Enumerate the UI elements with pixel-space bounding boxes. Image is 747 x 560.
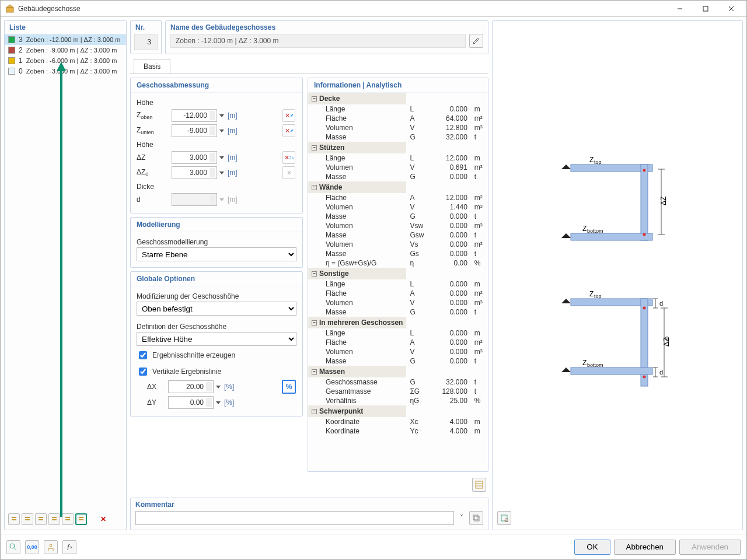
info-group-name: Stützen	[319, 144, 344, 152]
info-title: Informationen | Analytisch	[308, 78, 488, 93]
name-input[interactable]: Zoben : -12.000 m | ΔZ : 3.000 m	[170, 34, 466, 48]
collapse-icon[interactable]: −	[312, 320, 317, 326]
tool-new-below[interactable]	[22, 513, 33, 525]
group-geschossabmessung: Geschossabmessung Höhe Zoben -12.000 [m]…	[130, 78, 303, 214]
check-vertikale-linie[interactable]	[139, 368, 147, 376]
input-dz0[interactable]: 3.000	[172, 166, 217, 179]
nr-value: 3	[134, 34, 158, 50]
svg-text:Z: Z	[589, 290, 594, 298]
info-row: LängeL0.000m	[308, 279, 488, 289]
input-z-oben[interactable]: -12.000	[172, 109, 217, 122]
tool-copy[interactable]	[35, 513, 47, 525]
input-z-unten[interactable]: -9.000	[172, 124, 217, 137]
help-icon[interactable]	[6, 540, 20, 554]
unit-m: [m]	[228, 111, 238, 120]
check-ergebnisschnitte[interactable]	[139, 351, 147, 359]
select-def-hoehe[interactable]: Effektive Höhe	[137, 332, 296, 346]
dropdown-icon[interactable]	[216, 386, 221, 388]
info-row: KoordinateXc4.000m	[308, 417, 488, 426]
comment-copy-icon[interactable]	[469, 511, 483, 525]
cancel-button[interactable]: Abbrechen	[614, 540, 676, 555]
svg-rect-8	[25, 517, 30, 518]
percent-button[interactable]: %	[282, 380, 296, 394]
pick-dz-icon[interactable]: ✕2×	[282, 151, 295, 164]
info-row: MasseG32.000t	[308, 132, 488, 142]
tab-basis[interactable]: Basis	[134, 59, 170, 74]
info-group-name: In mehreren Geschossen	[319, 318, 403, 327]
mod-title: Modellierung	[131, 218, 302, 232]
svg-text:Z: Z	[582, 225, 587, 233]
pick-z-unten-icon[interactable]: ✕⬈	[282, 124, 295, 137]
formula-icon[interactable]: ƒx	[62, 540, 76, 554]
label-dy: ΔY	[147, 398, 165, 407]
select-mod-hoehe[interactable]: Oben befestigt	[137, 302, 296, 316]
edit-name-icon[interactable]	[469, 34, 483, 48]
color-swatch	[8, 36, 15, 43]
dropdown-icon[interactable]	[219, 114, 224, 117]
name-label: Name des Gebäudegeschosses	[166, 21, 488, 34]
nr-label: Nr.	[131, 21, 161, 34]
window-title: Gebäudegeschosse	[18, 5, 81, 13]
tool-delete[interactable]: ✕	[97, 513, 109, 525]
dropdown-icon[interactable]	[219, 156, 224, 159]
info-row: LängeL0.000m	[308, 104, 488, 114]
svg-rect-13	[52, 519, 57, 520]
svg-rect-25	[501, 515, 507, 521]
list-item[interactable]: 0Zoben : -3.000 m | ΔZ : 3.000 m	[5, 66, 126, 76]
minimize-button[interactable]	[667, 1, 693, 17]
info-row: η = (Gsw+Gs)/Gη0.00%	[308, 258, 488, 268]
info-row: VolumenV1.440m³	[308, 202, 488, 212]
dropdown-icon[interactable]	[219, 130, 224, 132]
label-dz0: ΔZ0	[137, 168, 168, 177]
close-button[interactable]	[718, 1, 744, 17]
view-settings-icon[interactable]	[497, 511, 511, 525]
tool-highlighted[interactable]	[75, 513, 87, 525]
tool-copy3[interactable]	[62, 513, 74, 525]
color-swatch	[8, 57, 15, 64]
svg-rect-6	[12, 517, 16, 518]
svg-rect-0	[6, 8, 13, 12]
select-geschossmodellierung[interactable]: Starre Ebene	[137, 247, 296, 261]
pick-z-oben-icon[interactable]: ✕⬈	[282, 109, 295, 122]
apply-button[interactable]: Anwenden	[679, 540, 741, 555]
info-row: KoordinateYc4.000m	[308, 426, 488, 436]
svg-text:top: top	[594, 159, 602, 165]
dropdown-icon	[219, 198, 224, 201]
table-settings-icon[interactable]	[472, 478, 486, 492]
svg-text:Z: Z	[582, 359, 587, 367]
tool-copy2[interactable]	[48, 513, 60, 525]
comment-box: Kommentar ˅	[130, 498, 488, 530]
comment-input[interactable]	[135, 511, 454, 525]
app-icon	[5, 4, 15, 13]
person-icon[interactable]	[44, 540, 58, 554]
svg-rect-10	[39, 517, 43, 518]
dropdown-icon[interactable]	[219, 172, 224, 174]
list-item[interactable]: 3Zoben : -12.000 m | ΔZ : 3.000 m	[5, 34, 126, 45]
info-row: VerhältnisηG25.00%	[308, 396, 488, 405]
info-row: MasseG0.000t	[308, 172, 488, 181]
unit-pct: [%]	[224, 383, 234, 391]
collapse-icon[interactable]: −	[312, 409, 317, 414]
list-item[interactable]: 2Zoben : -9.000 m | ΔZ : 3.000 m	[5, 45, 126, 55]
info-row: VolumenV0.000m³	[308, 347, 488, 356]
collapse-icon[interactable]: −	[312, 271, 317, 276]
ok-button[interactable]: OK	[574, 540, 610, 555]
list-label: Zoben : -12.000 m | ΔZ : 3.000 m	[26, 36, 121, 43]
collapse-icon[interactable]: −	[312, 145, 317, 150]
dropdown-icon[interactable]	[216, 401, 221, 404]
input-dx[interactable]: 20.00	[168, 380, 214, 393]
collapse-icon[interactable]: −	[312, 185, 317, 190]
info-group-name: Massen	[319, 368, 345, 376]
svg-rect-12	[52, 517, 57, 518]
input-dy[interactable]: 0.00	[168, 396, 214, 409]
maximize-button[interactable]	[693, 1, 718, 17]
collapse-icon[interactable]: −	[312, 96, 317, 102]
info-row: LängeL0.000m	[308, 328, 488, 338]
input-dz[interactable]: 3.000	[172, 151, 217, 164]
svg-marker-1	[6, 5, 13, 8]
tool-new-above[interactable]	[8, 513, 20, 525]
list-item[interactable]: 1Zoben : -6.000 m | ΔZ : 3.000 m	[5, 55, 126, 66]
list-index: 3	[19, 36, 23, 44]
collapse-icon[interactable]: −	[312, 369, 317, 374]
units-icon[interactable]: 0,00	[25, 540, 39, 554]
